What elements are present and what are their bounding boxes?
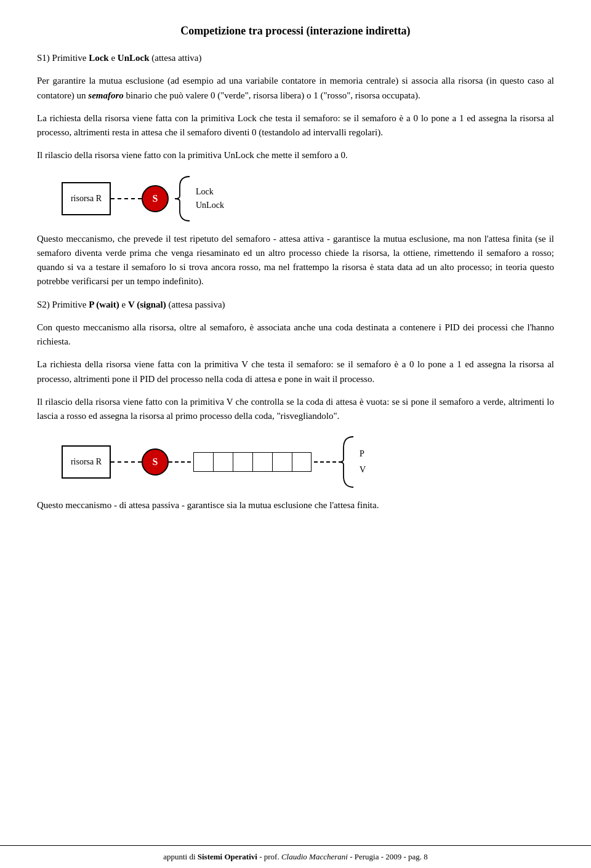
queue-cell-3 <box>233 452 252 472</box>
page-title: Competizione tra processi (interazione i… <box>37 25 554 38</box>
v-label: V <box>360 465 366 475</box>
semaphore-label-2: S <box>153 456 158 468</box>
queue-boxes <box>193 452 312 472</box>
section1-heading: S1) Primitive Lock e UnLock (attesa atti… <box>37 51 554 65</box>
lock-unlock-labels: Lock UnLock <box>196 187 224 210</box>
semaforo-term: semaforo <box>88 90 124 100</box>
section1-unlock-label: UnLock <box>118 53 150 63</box>
dashed-line-2b <box>169 461 191 463</box>
v-signal-label: V (signal) <box>128 300 166 309</box>
section1-label-prefix: S1) Primitive <box>37 53 89 63</box>
resource-label-1: risorsa R <box>71 194 102 204</box>
paragraph8: Questo meccanismo - di attesa passiva - … <box>37 498 554 512</box>
queue-cell-1 <box>193 452 213 472</box>
semaphore-circle-1: S <box>142 185 169 212</box>
paragraph5: Con questo meccanismo alla risorsa, oltr… <box>37 321 554 349</box>
footer-bold: Sistemi Operativi <box>198 852 257 861</box>
queue-cell-4 <box>252 452 272 472</box>
section2-heading: S2) Primitive P (wait) e V (signal) (att… <box>37 298 554 312</box>
dashed-line-2c <box>314 461 336 463</box>
brace-group-2: P V <box>336 434 366 490</box>
paragraph4: Questo meccanismo, che prevede il test r… <box>37 232 554 289</box>
paragraph6: La richiesta della risorsa viene fatta c… <box>37 357 554 386</box>
brace-group-1: Lock UnLock <box>172 174 224 223</box>
footer-middle: - prof. <box>257 852 281 861</box>
queue-cell-5 <box>272 452 292 472</box>
page-content: Competizione tra processi (interazione i… <box>0 0 591 571</box>
paragraph7: Il rilascio della risorsa viene fatto co… <box>37 395 554 424</box>
resource-box-2: risorsa R <box>62 445 111 479</box>
queue-cell-2 <box>213 452 233 472</box>
queue-cell-6 <box>292 452 312 472</box>
semaphore-circle-2: S <box>142 448 169 476</box>
footer-prefix: appunti di <box>163 852 198 861</box>
footer: appunti di Sistemi Operativi - prof. Cla… <box>0 845 591 868</box>
paragraph1: Per garantire la mutua esclusione (ad es… <box>37 74 554 103</box>
resource-label-2: risorsa R <box>71 457 102 467</box>
paragraph3: Il rilascio della risorsa viene fatto co… <box>37 148 554 162</box>
lock-label: Lock <box>196 187 224 197</box>
p-wait-label: P (wait) <box>89 300 119 309</box>
diagram1: risorsa R S Lock UnLock <box>62 174 554 223</box>
dashed-line-2a <box>111 461 142 463</box>
p-label: P <box>360 449 366 459</box>
section1-lock-label: Lock <box>89 53 109 63</box>
paragraph2: La richiesta della risorsa viene fatta c… <box>37 111 554 140</box>
brace-svg-2 <box>336 434 355 490</box>
brace-svg-1 <box>172 174 191 223</box>
footer-suffix: - Perugia - 2009 - pag. 8 <box>348 852 428 861</box>
semaphore-label-1: S <box>153 193 158 204</box>
footer-italic: Claudio Maccherani <box>281 852 348 861</box>
resource-box-1: risorsa R <box>62 182 111 215</box>
dashed-line-1 <box>111 198 142 199</box>
unlock-label: UnLock <box>196 201 224 210</box>
pv-labels: P V <box>360 449 366 475</box>
diagram2: risorsa R S P V <box>62 434 554 490</box>
